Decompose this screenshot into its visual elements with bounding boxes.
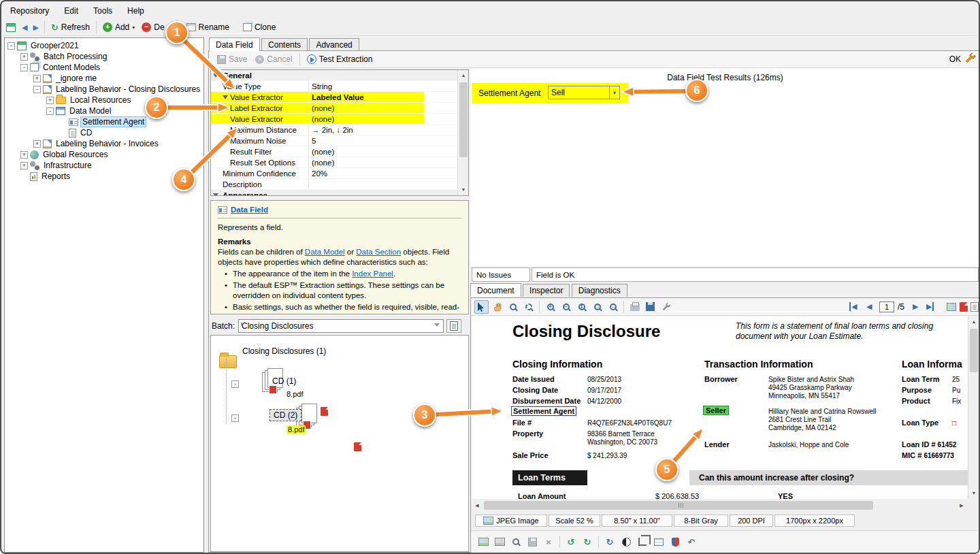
scroll-up-icon[interactable]: ▲	[968, 316, 979, 327]
tree-item-local-resources[interactable]: Local Resources	[5, 95, 203, 105]
undo-button[interactable]: ↶	[685, 535, 698, 549]
batch-item-pdf[interactable]: 8.pdf	[287, 390, 303, 398]
property-value[interactable]: String	[309, 81, 459, 91]
tree-item-labeling-behavior-closing-disclosures[interactable]: Labeling Behavior - Closing Disclosures	[5, 84, 203, 95]
forward-button[interactable]: ▶	[30, 23, 41, 32]
delete-button[interactable]: −De	[138, 20, 167, 35]
batch-item-cd2-selected[interactable]: CD (2)	[270, 409, 301, 421]
scroll-right-icon[interactable]: ▶	[956, 500, 967, 511]
crop-button[interactable]	[636, 535, 649, 549]
tree-item-batch-processing[interactable]: Batch Processing	[5, 51, 203, 62]
tab-diagnostics[interactable]: Diagnostics	[572, 284, 627, 297]
menu-tools[interactable]: Tools	[86, 3, 120, 18]
levels-button[interactable]	[493, 535, 506, 549]
property-category-appearance[interactable]: Appearance	[211, 190, 459, 196]
expander-icon[interactable]	[20, 64, 28, 71]
last-page-button[interactable]: ▶	[924, 302, 934, 311]
property-value[interactable]: (none)	[309, 114, 459, 124]
scrollbar-thumb[interactable]	[970, 329, 978, 372]
refresh-button[interactable]: ↻Refresh	[48, 20, 93, 35]
test-extraction-button[interactable]: Test Extraction	[303, 53, 377, 65]
document-page[interactable]: Closing Disclosure This form is a statem…	[472, 316, 968, 499]
collapse-icon[interactable]	[213, 193, 218, 197]
select-tool-button[interactable]	[474, 300, 489, 314]
property-row-result-filter[interactable]: Result Filter(none)	[211, 146, 459, 157]
property-value[interactable]: → 2in, ↓ 2in	[309, 125, 459, 135]
tree-item-labeling-behavior-invoices[interactable]: Labeling Behavior - Invoices	[5, 138, 203, 149]
zoom-rect-button[interactable]	[506, 300, 520, 314]
tree-item-infrastructure[interactable]: Infrastructure	[5, 160, 203, 171]
property-value[interactable]: 20%	[309, 168, 459, 178]
tab-advanced[interactable]: Advanced	[309, 38, 359, 51]
image-button[interactable]	[476, 535, 490, 549]
expander-icon[interactable]	[20, 162, 28, 169]
zoom-fit-button[interactable]: □	[590, 300, 604, 314]
scroll-up-icon[interactable]: ▲	[458, 70, 469, 81]
tree-item-global-resources[interactable]: Global Resources	[5, 149, 203, 160]
expander-icon[interactable]	[33, 86, 41, 93]
property-category-general[interactable]: General	[211, 70, 459, 81]
menu-help[interactable]: Help	[120, 3, 152, 18]
open-batch-button[interactable]	[446, 319, 461, 333]
tab-document[interactable]: Document	[470, 283, 521, 297]
property-row-value-extractor-child[interactable]: Value Extractor(none)	[211, 114, 459, 125]
property-value[interactable]: (none)	[309, 146, 459, 157]
batch-item-pdf[interactable]: 8.pdf	[287, 425, 306, 434]
pan-tool-button[interactable]	[490, 300, 504, 314]
tree-item-data-model[interactable]: Data Model	[5, 105, 203, 116]
batch-folder-label[interactable]: Closing Disclosures (1)	[242, 346, 326, 356]
clone-button[interactable]: Clone	[240, 20, 279, 35]
reprocess-button[interactable]: ↻	[603, 535, 617, 549]
result-field-combo[interactable]: Sell▼	[548, 86, 620, 99]
zoom-width-button[interactable]: ↔	[606, 300, 620, 314]
print-button[interactable]	[627, 300, 642, 314]
rotate-cw-button[interactable]: ↻	[581, 535, 594, 549]
viewer-settings-button[interactable]	[659, 300, 673, 314]
property-row-value-extractor[interactable]: Value ExtractorLabeled Value	[211, 92, 459, 103]
menu-edit[interactable]: Edit	[56, 3, 86, 18]
page-number-input[interactable]: 1	[879, 302, 894, 312]
help-title-link[interactable]: Data Field	[231, 205, 268, 215]
filter-icon[interactable]	[434, 323, 440, 329]
rotate-ccw-button[interactable]: ↺	[564, 535, 578, 549]
expander-icon[interactable]	[20, 53, 28, 61]
inspect-image-button[interactable]	[509, 535, 523, 549]
scroll-left-icon[interactable]: ◀	[472, 500, 483, 511]
zoom-out-button[interactable]: −	[559, 300, 573, 314]
cancel-button[interactable]: Cancel	[251, 53, 296, 65]
document-hscrollbar[interactable]: ◀ ▶	[472, 500, 968, 511]
seller-label-highlight[interactable]: Seller	[703, 406, 729, 415]
tree-item-settlement-agent[interactable]: Settlement Agent	[5, 116, 203, 127]
tab-inspector[interactable]: Inspector	[523, 284, 570, 297]
property-row-value-type[interactable]: Value TypeString	[211, 81, 459, 92]
expander-icon[interactable]	[33, 75, 41, 82]
index-panel-link[interactable]: Index Panel	[352, 270, 393, 278]
property-row-maximum-noise[interactable]: Maximum Noise5	[211, 135, 459, 146]
text-view-button[interactable]	[967, 300, 980, 314]
batch-folder-icon[interactable]	[219, 355, 237, 368]
back-button[interactable]: ◀	[19, 23, 30, 32]
threshold-button[interactable]	[619, 535, 633, 549]
collapse-icon[interactable]	[223, 95, 228, 99]
collapse-icon[interactable]	[213, 74, 218, 78]
property-value[interactable]	[309, 179, 459, 189]
expander-icon[interactable]	[7, 42, 15, 50]
expander-icon[interactable]	[231, 414, 239, 422]
tree-item-ignore-me[interactable]: _ignore me	[5, 73, 203, 84]
expander-icon[interactable]	[46, 108, 54, 115]
propgrid-scrollbar[interactable]: ▲ ▼	[457, 70, 468, 195]
tree-item-cd[interactable]: CD	[5, 127, 203, 138]
data-model-link[interactable]: Data Model	[305, 248, 345, 256]
property-value[interactable]: 5	[309, 135, 459, 146]
scrollbar-thumb[interactable]	[459, 82, 468, 157]
prev-page-button[interactable]: ◀	[864, 302, 874, 311]
grid-view-button[interactable]	[652, 535, 666, 549]
zoom-actual-button[interactable]: 1	[574, 300, 589, 314]
expander-icon[interactable]	[20, 151, 28, 159]
batch-item-cd1[interactable]: CD (1)	[272, 376, 296, 386]
batch-selector[interactable]: Closing Disclosures	[238, 319, 444, 333]
tab-data-field[interactable]: Data Field	[209, 37, 260, 51]
save-button[interactable]: Save	[213, 53, 251, 65]
chevron-down-icon[interactable]: ▼	[609, 86, 619, 99]
menu-repository[interactable]: Repository	[3, 3, 56, 18]
